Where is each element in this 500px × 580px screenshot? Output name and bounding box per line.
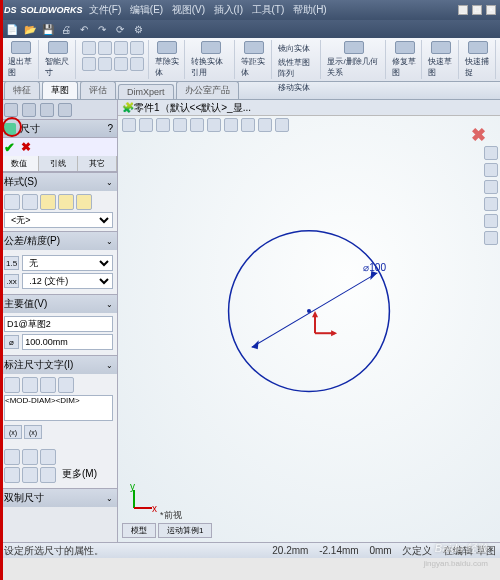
dim-arrow-icon [252,340,259,349]
dimtxt-sym5-icon[interactable] [22,467,38,483]
menu-file[interactable]: 文件(F) [89,4,122,15]
ribbon-pattern[interactable]: 线性草图阵列 [278,57,317,79]
justify-left-icon[interactable] [4,377,20,393]
dimtxt-add-after[interactable]: (x) [24,425,42,439]
ribbon-move[interactable]: 移动实体 [278,82,310,93]
style-preset-select[interactable]: <无> [4,212,113,228]
ribbon-mirror[interactable]: 镜向实体 [278,43,310,54]
chevron-down-icon[interactable]: ⌄ [106,237,113,246]
title-bar: DS SOLIDWORKS 文件(F) 编辑(E) 视图(V) 插入(I) 工具… [0,0,500,20]
view-triad-icon: x y [128,484,158,514]
qat-save-icon[interactable]: 💾 [42,23,54,35]
tool-rect-icon[interactable] [98,41,112,55]
qat-redo-icon[interactable]: ↷ [96,23,108,35]
ribbon-repair[interactable]: 修复草图 [388,40,423,79]
menu-help[interactable]: 帮助(H) [293,4,327,15]
command-tabs: 特征 草图 评估 DimXpert 办公室产品 [0,82,500,100]
menu-insert[interactable]: 插入(I) [214,4,243,15]
qat-rebuild-icon[interactable]: ⟳ [114,23,126,35]
style-update-icon[interactable] [22,194,38,210]
chevron-down-icon[interactable]: ⌄ [106,178,113,187]
pm-tab-feature-icon[interactable] [4,103,18,117]
menu-edit[interactable]: 编辑(E) [130,4,163,15]
chevron-down-icon[interactable]: ⌄ [106,361,113,370]
tool-poly-icon[interactable] [98,57,112,71]
pm-tab-display-icon[interactable] [58,103,72,117]
justify-center-icon[interactable] [22,377,38,393]
ribbon-convert[interactable]: 转换实体引用 [187,40,235,79]
window-close-icon[interactable]: × [486,5,496,15]
status-coord-x: 20.2mm [272,545,308,556]
chevron-down-icon[interactable]: ⌄ [106,300,113,309]
tool-circle-icon[interactable] [114,41,128,55]
tool-spline-icon[interactable] [82,57,96,71]
window-min-icon[interactable]: _ [458,5,468,15]
chevron-down-icon[interactable]: ⌄ [106,494,113,503]
dimtxt-sym4-icon[interactable] [4,467,20,483]
svg-text:y: y [130,484,135,492]
ribbon-snap[interactable]: 快速捕捉 [461,40,496,79]
style-del-fav-icon[interactable] [58,194,74,210]
dimtxt-textarea[interactable]: <MOD-DIAM><DIM> [4,395,113,421]
style-add-fav-icon[interactable] [40,194,56,210]
qat-options-icon[interactable]: ⚙ [132,23,144,35]
tool-line-icon[interactable] [82,41,96,55]
justify-right-icon[interactable] [40,377,56,393]
pm-tab-property-icon[interactable] [22,103,36,117]
bottom-tab-motion[interactable]: 运动算例1 [158,523,212,538]
menu-view[interactable]: 视图(V) [172,4,205,15]
style-apply-icon[interactable] [4,194,20,210]
dimension-line[interactable] [252,273,378,347]
sec-dual-hdr[interactable]: 双制尺寸 [4,491,44,505]
tab-office[interactable]: 办公室产品 [176,81,239,99]
sec-style-hdr[interactable]: 样式(S) [4,175,37,189]
sketch-origin-y-arrow [312,311,318,317]
ribbon-trim[interactable]: 草除实体 [151,40,186,79]
justify-top-icon[interactable] [58,377,74,393]
sketch-canvas[interactable]: ⌀100 [118,100,500,544]
pm-tab-config-icon[interactable] [40,103,54,117]
pm-subtab-lead[interactable]: 引线 [39,156,78,171]
pm-subtab-value[interactable]: 数值 [0,156,39,171]
ribbon-rapid[interactable]: 快速草图 [424,40,459,79]
dimtxt-sym3-icon[interactable] [40,449,56,465]
style-load-fav-icon[interactable] [76,194,92,210]
tool-text-icon[interactable] [130,57,144,71]
qat-open-icon[interactable]: 📂 [24,23,36,35]
tab-sketch[interactable]: 草图 [42,81,78,99]
pm-subtab-other[interactable]: 其它 [78,156,117,171]
bottom-tab-model[interactable]: 模型 [122,523,156,538]
ribbon-exit-sketch[interactable]: 退出草图 [4,40,39,79]
pm-pin-icon[interactable]: ? [107,123,113,134]
pm-ok-button[interactable]: ✔ [4,140,15,155]
ribbon-relations[interactable]: 显示/删除几何关系 [323,40,385,79]
qat-print-icon[interactable]: 🖨 [60,23,72,35]
sec-pv-hdr[interactable]: 主要值(V) [4,297,47,311]
ribbon-smart-dim[interactable]: 智能尺寸 [41,40,76,79]
window-max-icon[interactable]: □ [472,5,482,15]
qat-undo-icon[interactable]: ↶ [78,23,90,35]
tol-prec-select[interactable]: .12 (文件) [22,273,113,289]
dimtxt-sym1-icon[interactable] [4,449,20,465]
dimtxt-add-before[interactable]: (x) [4,425,22,439]
graphics-area[interactable]: 🧩 零件1（默认<<默认>_显... ✖ [118,100,500,542]
menu-tools[interactable]: 工具(T) [252,4,285,15]
dimtxt-sym2-icon[interactable] [22,449,38,465]
sec-dimtxt-hdr[interactable]: 标注尺寸文字(I) [4,358,73,372]
sec-tol-hdr[interactable]: 公差/精度(P) [4,234,60,248]
pv-name-input[interactable] [4,316,113,332]
pm-cancel-button[interactable]: ✖ [21,140,31,154]
tab-evaluate[interactable]: 评估 [80,81,116,99]
dimtxt-more-button[interactable]: 更多(M) [58,467,101,483]
ribbon-offset[interactable]: 等距实体 [237,40,272,79]
pv-value-input[interactable] [22,334,113,350]
dimension-label[interactable]: ⌀100 [363,262,386,273]
tool-point-icon[interactable] [114,57,128,71]
pv-value-icon: ⌀ [4,335,19,349]
dimtxt-sym6-icon[interactable] [40,467,56,483]
tab-features[interactable]: 特征 [4,81,40,99]
tool-arc-icon[interactable] [130,41,144,55]
tol-type-select[interactable]: 无 [22,255,113,271]
tab-dimxpert[interactable]: DimXpert [118,84,174,99]
qat-new-icon[interactable]: 📄 [6,23,18,35]
